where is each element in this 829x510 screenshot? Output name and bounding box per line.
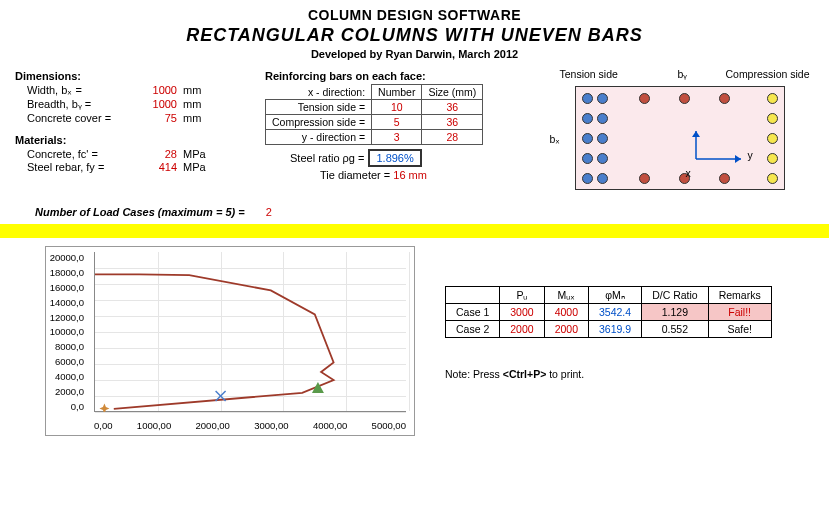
steel-ratio-value: 1.896% bbox=[368, 149, 421, 167]
y-tick: 8000,0 bbox=[46, 341, 88, 352]
tension-size[interactable]: 36 bbox=[422, 100, 483, 115]
width-value[interactable]: 1000 bbox=[137, 84, 177, 97]
plot-area bbox=[94, 252, 406, 412]
results-header: Pᵤ bbox=[500, 287, 544, 304]
y-number[interactable]: 3 bbox=[372, 130, 422, 145]
load-cases-label: Number of Load Cases (maximum = 5) = bbox=[35, 206, 245, 218]
x-tick: 1000,00 bbox=[137, 420, 171, 431]
app-title-2: RECTANGULAR COLUMNS WITH UNEVEN BARS bbox=[15, 25, 814, 46]
fc-label: Concrete, fc' = bbox=[27, 148, 137, 160]
cover-value[interactable]: 75 bbox=[137, 112, 177, 124]
results-cell: 0.552 bbox=[642, 321, 709, 338]
width-row: Width, bₓ = 1000 mm bbox=[27, 84, 245, 97]
header: COLUMN DESIGN SOFTWARE RECTANGULAR COLUM… bbox=[15, 7, 814, 60]
svg-marker-1 bbox=[735, 155, 741, 163]
tension-label: Tension side = bbox=[266, 100, 372, 115]
results-header bbox=[446, 287, 500, 304]
svg-marker-7 bbox=[99, 403, 109, 412]
results-cell: Fail!! bbox=[708, 304, 771, 321]
results-header: D/C Ratio bbox=[642, 287, 709, 304]
y-tick: 10000,0 bbox=[46, 326, 88, 337]
tension-number[interactable]: 10 bbox=[372, 100, 422, 115]
x-axis-label: x bbox=[686, 167, 691, 179]
results-cell: Case 2 bbox=[446, 321, 500, 338]
fc-row: Concrete, fc' = 28 MPa bbox=[27, 148, 245, 160]
y-tick: 4000,0 bbox=[46, 371, 88, 382]
compression-side-label: Compression side bbox=[725, 68, 809, 80]
y-size[interactable]: 28 bbox=[422, 130, 483, 145]
results-cell: 3619.9 bbox=[589, 321, 642, 338]
cross-section-diagram: Tension side bᵧ Compression side bₓ bbox=[550, 68, 810, 198]
x-tick: 5000,00 bbox=[372, 420, 406, 431]
compression-number[interactable]: 5 bbox=[372, 115, 422, 130]
compression-size[interactable]: 36 bbox=[422, 115, 483, 130]
cover-row: Concrete cover = 75 mm bbox=[27, 112, 245, 124]
axes-icon bbox=[686, 129, 756, 179]
fy-row: Steel rebar, fy = 414 MPa bbox=[27, 161, 245, 173]
bx-label: bₓ bbox=[550, 133, 561, 145]
x-tick: 3000,00 bbox=[254, 420, 288, 431]
bars-heading: Reinforcing bars on each face: bbox=[265, 70, 525, 82]
results-cell: 1.129 bbox=[642, 304, 709, 321]
y-axis-ticks: 20000,018000,016000,014000,012000,010000… bbox=[46, 252, 88, 412]
breadth-row: Breadth, bᵧ = 1000 mm bbox=[27, 98, 245, 111]
breadth-value[interactable]: 1000 bbox=[137, 98, 177, 111]
fy-unit: MPa bbox=[183, 161, 206, 173]
tie-row: Tie diameter = 16 mm bbox=[320, 169, 525, 181]
bars-table: x - direction: Number Size (mm) Tension … bbox=[265, 84, 483, 145]
compression-label: Compression side = bbox=[266, 115, 372, 130]
fc-value[interactable]: 28 bbox=[137, 148, 177, 160]
left-column: Dimensions: Width, bₓ = 1000 mm Breadth,… bbox=[15, 68, 245, 198]
results-table: PᵤMᵤₓφMₙD/C RatioRemarks Case 1300040003… bbox=[445, 286, 772, 338]
steel-ratio-row: Steel ratio ρg = 1.896% bbox=[290, 149, 525, 167]
x-axis-ticks: 0,001000,002000,003000,004000,005000,00 bbox=[94, 420, 406, 431]
bottom-row: 20000,018000,016000,014000,012000,010000… bbox=[15, 246, 814, 436]
dimensions-heading: Dimensions: bbox=[15, 70, 245, 82]
ydir-label: y - direction = bbox=[266, 130, 372, 145]
y-tick: 14000,0 bbox=[46, 297, 88, 308]
results-cell: 2000 bbox=[500, 321, 544, 338]
results-header: Mᵤₓ bbox=[544, 287, 588, 304]
breadth-unit: mm bbox=[183, 98, 201, 111]
print-note: Note: Press <Ctrl+P> to print. bbox=[445, 368, 814, 380]
steel-ratio-label: Steel ratio ρg = bbox=[290, 152, 364, 164]
note-pre: Note: Press bbox=[445, 368, 503, 380]
y-tick: 18000,0 bbox=[46, 267, 88, 278]
y-tick: 2000,0 bbox=[46, 386, 88, 397]
results-row: Case 1300040003542.41.129Fail!! bbox=[446, 304, 772, 321]
y-tick: 16000,0 bbox=[46, 282, 88, 293]
svg-marker-3 bbox=[692, 131, 700, 137]
section-rect: x y bbox=[575, 86, 785, 190]
results-cell: Case 1 bbox=[446, 304, 500, 321]
note-post: to print. bbox=[546, 368, 584, 380]
number-header: Number bbox=[372, 85, 422, 100]
width-label: Width, bₓ = bbox=[27, 84, 137, 97]
app-title-1: COLUMN DESIGN SOFTWARE bbox=[15, 7, 814, 23]
mid-column: Reinforcing bars on each face: x - direc… bbox=[265, 68, 525, 198]
results-cell: 3000 bbox=[500, 304, 544, 321]
breadth-label: Breadth, bᵧ = bbox=[27, 98, 137, 111]
right-column: Tension side bᵧ Compression side bₓ bbox=[545, 68, 814, 198]
width-unit: mm bbox=[183, 84, 201, 97]
cover-label: Concrete cover = bbox=[27, 112, 137, 124]
materials-heading: Materials: bbox=[15, 134, 245, 146]
results-cell: 3542.4 bbox=[589, 304, 642, 321]
x-tick: 4000,00 bbox=[313, 420, 347, 431]
tie-label: Tie diameter = bbox=[320, 169, 390, 181]
y-axis-label: y bbox=[748, 149, 753, 161]
fy-value[interactable]: 414 bbox=[137, 161, 177, 173]
fy-label: Steel rebar, fy = bbox=[27, 161, 137, 173]
interaction-chart: 20000,018000,016000,014000,012000,010000… bbox=[45, 246, 415, 436]
note-key: <Ctrl+P> bbox=[503, 368, 546, 380]
cover-unit: mm bbox=[183, 112, 201, 124]
results-cell: 4000 bbox=[544, 304, 588, 321]
load-cases-value[interactable]: 2 bbox=[266, 206, 272, 218]
fc-unit: MPa bbox=[183, 148, 206, 160]
xdir-label: x - direction: bbox=[266, 85, 372, 100]
tie-value[interactable]: 16 mm bbox=[393, 169, 427, 181]
load-cases-row: Number of Load Cases (maximum = 5) = 2 bbox=[35, 206, 814, 218]
separator-bar bbox=[0, 224, 829, 238]
results-header: Remarks bbox=[708, 287, 771, 304]
y-tick: 12000,0 bbox=[46, 312, 88, 323]
y-tick: 6000,0 bbox=[46, 356, 88, 367]
